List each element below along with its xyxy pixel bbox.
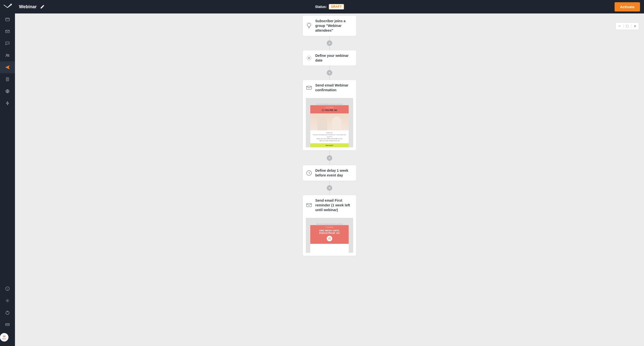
app-switcher-badge[interactable]: ✉ Sender <box>0 333 8 342</box>
sidebar-item-dashboard[interactable] <box>0 13 15 25</box>
sidebar-nav-bottom: ✉ Sender <box>0 283 15 346</box>
sidebar: ✉ Sender <box>0 0 15 346</box>
top-bar: Webinar Status: DRAFT Activate <box>15 0 644 13</box>
preview-hero-image <box>310 113 349 130</box>
svg-line-18 <box>311 23 311 23</box>
svg-rect-1 <box>6 30 10 33</box>
node-delay-week[interactable]: Define delay 1 week before event day <box>302 165 356 181</box>
node-trigger[interactable]: Subscriber joins a group "Webinar attend… <box>302 15 356 36</box>
app-logo[interactable] <box>0 0 15 13</box>
sender-mark-icon: ✉ <box>3 335 6 338</box>
sidebar-item-mail[interactable] <box>0 25 15 37</box>
status-wrap: Status: DRAFT <box>315 4 344 9</box>
activate-button[interactable]: Activate <box>614 2 640 11</box>
preview-line1: Thank you for booking your spot at Podas… <box>312 134 347 138</box>
node-define-date[interactable]: Define your webinar date <box>302 50 356 66</box>
svg-rect-24 <box>306 86 312 89</box>
svg-point-21 <box>308 57 310 59</box>
status-badge: DRAFT <box>329 4 344 9</box>
envelope-icon <box>306 84 312 91</box>
add-step-button[interactable] <box>327 155 332 161</box>
svg-point-9 <box>7 300 8 301</box>
sidebar-item-chat[interactable] <box>0 37 15 49</box>
node-email-confirmation-text: Send email Webinar confirmation <box>315 83 353 92</box>
main-column: Webinar Status: DRAFT Activate − + Subsc… <box>15 0 644 346</box>
sidebar-item-logout[interactable] <box>0 307 15 319</box>
preview2-brand: YOUR BRAND <box>311 227 348 228</box>
add-step-button[interactable] <box>327 40 332 46</box>
page-title: Webinar <box>19 4 37 9</box>
node-email-reminder-text: Send email First reminder (1 week left u… <box>315 198 353 212</box>
envelope-icon <box>306 202 312 208</box>
svg-point-2 <box>6 54 8 55</box>
add-step-button[interactable] <box>327 185 332 191</box>
preview-headline: ☐ YOU'RE IN! <box>311 109 348 111</box>
preview2-headline2: PODASTRIUM '24! <box>311 232 348 234</box>
node-trigger-text: Subscriber joins a group "Webinar attend… <box>315 19 353 33</box>
preview-line3: Add to your calendar: [Google Calendar L… <box>312 140 347 142</box>
sidebar-item-integrations[interactable] <box>0 97 15 109</box>
preview-cta: How to join? <box>310 143 349 147</box>
node-email-confirmation[interactable]: Send email Webinar confirmation If this … <box>302 80 356 151</box>
sidebar-nav-top <box>0 13 15 283</box>
sidebar-item-billing[interactable] <box>0 319 15 331</box>
sidebar-item-automation[interactable] <box>0 61 15 73</box>
node-email-reminder[interactable]: Send email First reminder (1 week left u… <box>302 195 356 256</box>
sender-mark-label: Sender <box>2 338 6 340</box>
preview-line2: Webinar date and time: [Webinar Date] at… <box>312 138 347 140</box>
preview2-headline1: ONE WEEK UNTIL <box>311 229 348 232</box>
sidebar-item-globe[interactable] <box>0 85 15 97</box>
sidebar-item-contacts[interactable] <box>0 49 15 61</box>
email-preview-reminder: If this email is not displayed correctly… <box>306 218 353 253</box>
gear-icon <box>306 55 312 61</box>
preview-greeting: Hi [firstname], <box>312 132 347 134</box>
sidebar-item-forms[interactable] <box>0 73 15 85</box>
node-delay-week-text: Define delay 1 week before event day <box>315 168 353 178</box>
sidebar-item-info[interactable] <box>0 283 15 295</box>
svg-rect-12 <box>6 324 10 326</box>
svg-line-17 <box>307 23 307 23</box>
calendar-circle-icon <box>327 236 332 241</box>
svg-rect-0 <box>6 18 10 21</box>
flow-column: Subscriber joins a group "Webinar attend… <box>15 13 644 346</box>
automation-canvas[interactable]: − + Subscriber joins a group "Webinar at… <box>15 13 644 346</box>
svg-point-3 <box>8 54 9 55</box>
preview-brand: YOUR BRAND <box>311 107 348 108</box>
edit-title-icon[interactable] <box>40 4 45 9</box>
svg-rect-31 <box>328 238 330 240</box>
clock-icon <box>306 170 312 176</box>
add-step-button[interactable] <box>327 70 332 75</box>
status-label: Status: <box>315 5 327 9</box>
lightbulb-icon <box>306 22 312 29</box>
email-preview-confirmation: If this email is not displayed correctly… <box>306 98 353 147</box>
node-define-date-text: Define your webinar date <box>315 53 353 63</box>
svg-rect-30 <box>306 204 312 207</box>
sidebar-item-settings[interactable] <box>0 295 15 307</box>
